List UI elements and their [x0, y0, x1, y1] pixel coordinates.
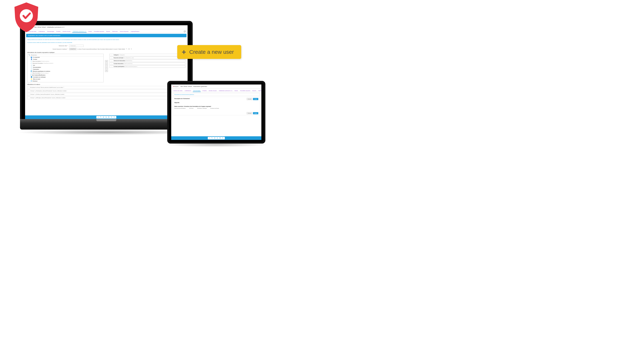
drag-handle-icon[interactable]: ⋮⋮	[110, 54, 113, 56]
tab-emails[interactable]: Emails envoyés	[62, 30, 71, 32]
plus-icon: +	[182, 48, 186, 56]
tab-formalites[interactable]: Formalités exposant	[240, 90, 251, 92]
tab-prod[interactable]: Produits	[202, 90, 207, 92]
tab-init-prev[interactable]: Initialisation prévisions n+1	[218, 90, 233, 92]
tree-icon: ℹ	[31, 74, 31, 76]
move-right-all[interactable]: »	[105, 60, 108, 63]
tool-swap-icon[interactable]: ⇄	[214, 137, 216, 139]
tab-patrimoine[interactable]: Patrimoine	[112, 30, 118, 32]
create-user-button[interactable]: + Create a new user	[177, 45, 241, 59]
move-left-all[interactable]: «	[105, 70, 108, 72]
search-input[interactable]	[31, 54, 102, 56]
tool-edit-icon[interactable]: ✎	[212, 137, 213, 139]
sub-nav[interactable]: Paramètres de fonctionnement généraux	[173, 93, 260, 96]
desc-title: Description de l'événement	[174, 98, 258, 99]
tree-item[interactable]: ⭐Mise en avant	[28, 78, 104, 80]
tab-patrimoine[interactable]: Patrimoine	[258, 90, 262, 92]
target-label: Exposant principal	[114, 57, 124, 58]
tool-delete-icon[interactable]: ×	[209, 137, 210, 139]
drag-handle-icon[interactable]: ⋮⋮	[110, 63, 113, 64]
chevron-right-icon: ›	[29, 97, 29, 98]
tab-prod[interactable]: Produits	[56, 30, 61, 32]
tool-swap-icon[interactable]: ⇄	[103, 116, 104, 118]
tab-emails[interactable]: Emails envoyés	[208, 90, 217, 92]
move-left[interactable]: ‹	[105, 66, 108, 69]
tab-param[interactable]: Paramétrages	[47, 30, 54, 32]
tool-grid-icon[interactable]: ⊞	[108, 116, 110, 118]
tree-item[interactable]: ✔État d'inscription (EtatInscription)	[28, 72, 104, 74]
affect-row[interactable]: ›Champs "s_Participation_SessionPreceden…	[27, 90, 186, 92]
tree-item[interactable]: ℹInfo Création/Modification	[28, 74, 104, 76]
tree-item[interactable]: 📄Documentation	[28, 66, 104, 68]
col-extrusion: Extrusion	[190, 108, 194, 109]
validate-button[interactable]: Valider	[253, 98, 258, 100]
tablet-screen: KKlipso Site Vitrine Virtuel - Paramètre…	[171, 84, 262, 140]
tab-formalites[interactable]: Formalités exposant	[94, 30, 104, 32]
move-right[interactable]: ›	[105, 63, 108, 66]
affect-text: Champs "s_NBAngles_SessionPrecedente" in…	[30, 97, 66, 98]
affect-row[interactable]: ›Champs "s_NBAngles_SessionPrecedente" i…	[27, 96, 186, 99]
cancel-icon[interactable]: ⊘	[131, 48, 132, 50]
tree-item[interactable]: ✔Date état d'inscription (DateEtatInscri…	[28, 62, 104, 64]
affect-row[interactable]: ›Remplacer le champ "Etat de prévision (…	[27, 86, 186, 89]
tab-actions[interactable]: Actions Exposant	[120, 30, 129, 32]
tree-label: État d'inscription	[32, 72, 40, 74]
target-row[interactable]: ⋮⋮Exposant principal (id_Exposants_Lien)	[110, 57, 186, 59]
tree-item[interactable]: 📘Inscription au catalogue	[28, 76, 104, 78]
tool-grid-icon[interactable]: ⊞	[220, 137, 221, 139]
tab-droits[interactable]: Gestion des droits	[173, 90, 183, 92]
target-row[interactable]: ⋮⋮Contact participation (RefContactParti…	[110, 66, 186, 68]
tree-icon: 📄	[31, 64, 32, 66]
shield-badge	[10, 1, 43, 34]
tree-item[interactable]: ⚙Prévision	[28, 80, 104, 82]
create-user-label: Create a new user	[189, 49, 234, 55]
tool-edit-icon[interactable]: ✎	[100, 116, 102, 118]
event-select[interactable]: Choisissez...	[69, 45, 84, 47]
tab-codif[interactable]: Codifications	[184, 90, 192, 92]
drag-handle-icon[interactable]: ⋮⋮	[110, 60, 113, 62]
tree-item[interactable]: 🖼Éléments graphiques et contenus	[28, 70, 104, 72]
target-label: Contact facturation	[114, 63, 124, 64]
tree-label: Éléments graphiques et contenus	[33, 71, 50, 72]
tool-copy-icon[interactable]: ⧉	[217, 137, 218, 139]
cancel-button[interactable]: Annuler	[247, 98, 252, 100]
tree-item[interactable]: 👥Co-exposant	[28, 56, 104, 58]
tree-icon: ⚙	[31, 80, 32, 82]
target-label: Catégorie	[114, 54, 119, 56]
tab-stocks[interactable]: Stocks	[234, 90, 238, 92]
col-participation: Demande de participation	[174, 108, 186, 109]
tree-item[interactable]: 👤Contact	[28, 58, 104, 60]
tree-item[interactable]: ✔Date d'inscription (DateInscription)	[28, 60, 104, 62]
target-row[interactable]: ⋮⋮Catégorie (Categorie)	[110, 54, 186, 56]
tool-bolt-icon[interactable]: ↯	[222, 137, 224, 139]
tool-close-icon[interactable]: ✕	[114, 116, 115, 118]
target-row[interactable]: ⋮⋮Adresse de facturation (RefAdrFact)	[110, 60, 186, 62]
nav-tabs: Gestion des droits Codifications Paramét…	[171, 88, 262, 92]
target-row[interactable]: ⋮⋮Contact facturation (RefContactFact)	[110, 62, 186, 65]
tool-bolt-icon[interactable]: ↯	[111, 116, 112, 118]
tab-mapping[interactable]: mapping/Datapuf	[130, 30, 140, 32]
tab-param[interactable]: Paramétrages	[193, 89, 201, 92]
drag-handle-icon[interactable]: ⋮⋮	[110, 66, 113, 67]
page-title: Site Vitrine Virtuel - Paramètres généra…	[180, 86, 207, 87]
tab-exports[interactable]: Exports	[106, 30, 110, 32]
tab-stocks[interactable]: Stocks	[88, 30, 92, 32]
delete-icon[interactable]: 🗑	[128, 48, 130, 50]
tool-copy-icon[interactable]: ⧉	[106, 116, 107, 118]
tree-icon: ✔	[31, 72, 32, 74]
validate-button[interactable]: Valider	[253, 112, 258, 114]
tree-icon: 📄	[31, 66, 32, 68]
tree-icon: 👥	[31, 56, 32, 58]
condition-badge: CONDITION	[69, 48, 76, 50]
chevron-right-icon: ›	[29, 87, 29, 88]
edit-icon[interactable]: ✎	[126, 48, 128, 50]
drag-handle-icon[interactable]: ⋮⋮	[110, 57, 113, 58]
tree-item[interactable]: 📄Facturation	[28, 68, 104, 70]
chat-icon[interactable]: 💬	[184, 30, 186, 32]
cancel-button[interactable]: Annuler	[247, 112, 252, 114]
tab-init-prev[interactable]: Initialisation prévisions n+1	[72, 30, 86, 33]
tool-delete-icon[interactable]: ×	[98, 116, 99, 118]
tree-item[interactable]: 📄doc	[28, 64, 104, 66]
affect-row[interactable]: ›Champs "s_Surface_SessionPrecedente" in…	[27, 93, 186, 96]
tab-exports[interactable]: Exports	[252, 90, 257, 92]
